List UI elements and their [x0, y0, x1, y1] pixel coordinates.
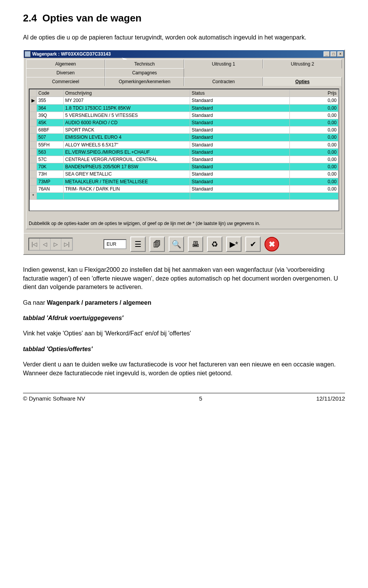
cell-code[interactable]: 364	[37, 104, 64, 112]
cell-status[interactable]: Standaard	[190, 119, 290, 126]
table-row[interactable]: 507EMISSION LEVEL EURO 4Standaard0,00	[30, 134, 338, 141]
table-row[interactable]: 3641.8 TDCI 1753CC 115PK 85KWStandaard0,…	[30, 104, 338, 112]
cell-price[interactable]: 0,00	[290, 178, 338, 185]
table-row-new[interactable]: *	[30, 192, 338, 199]
new-record-button[interactable]: ▶*	[226, 237, 242, 252]
table-row[interactable]: 70KBANDEN/PNEUS 205/50R 17 BSWStandaard0…	[30, 163, 338, 171]
cell-desc[interactable]: 5 VERSNELLINGEN / 5 VITESSES	[64, 112, 190, 119]
cell-price[interactable]: 0,00	[290, 171, 338, 178]
search-button[interactable]: 🔍	[169, 237, 184, 252]
table-row[interactable]: 563EL.VERW.SPIEG./MIROIRS EL.+CHAUFStand…	[30, 148, 338, 156]
cell-price[interactable]: 0,00	[290, 104, 338, 112]
cell-price[interactable]: 0,00	[290, 126, 338, 134]
list-button[interactable]: ☰	[130, 237, 146, 252]
col-status[interactable]: Status	[190, 90, 290, 97]
cell-desc[interactable]: BANDEN/PNEUS 205/50R 17 BSW	[64, 163, 190, 171]
table-row[interactable]: 39Q5 VERSNELLINGEN / 5 VITESSESStandaard…	[30, 112, 338, 119]
cell-desc[interactable]: EMISSION LEVEL EURO 4	[64, 134, 190, 141]
cell-desc[interactable]: SEA GREY METALLIC	[64, 171, 190, 178]
cell-status[interactable]: Standaard	[190, 134, 290, 141]
cell-status[interactable]: Standaard	[190, 163, 290, 171]
table-row[interactable]: 55FHALLOY WHEELS 6.5X17''Standaard0,00	[30, 141, 338, 148]
confirm-button[interactable]: ✔	[245, 237, 261, 252]
cell-status[interactable]: Standaard	[190, 185, 290, 192]
tab-campagnes[interactable]: Campagnes	[105, 68, 184, 77]
close-window-button[interactable]: ×	[337, 51, 343, 57]
cell-price[interactable]: 0,00	[290, 112, 338, 119]
cell-code[interactable]: 45K	[37, 119, 64, 126]
cell-status[interactable]: Standaard	[190, 97, 290, 104]
cell-price[interactable]: 0,00	[290, 141, 338, 148]
cell-code[interactable]: 507	[37, 134, 64, 141]
tab-uitrusting1[interactable]: Uitrusting 1	[184, 59, 263, 69]
cell-desc[interactable]: 1.8 TDCI 1753CC 115PK 85KW	[64, 104, 190, 112]
tab-technisch[interactable]: Technisch	[105, 59, 184, 69]
cell-status[interactable]: Standaard	[190, 141, 290, 148]
table-row[interactable]: 73MPMETAALKLEUR / TEINTE METALLISEEStand…	[30, 178, 338, 185]
nav-next-button[interactable]: ▷	[51, 238, 61, 250]
cell-status[interactable]: Standaard	[190, 148, 290, 156]
nav-last-button[interactable]: ▷|	[61, 238, 72, 250]
tab-commercieel[interactable]: Commercieel	[26, 77, 105, 86]
cell-desc[interactable]: AUDIO 6000 RADIO / CD	[64, 119, 190, 126]
cell-code[interactable]: 68BF	[37, 126, 64, 134]
table-row[interactable]: 76ANTRIM- RACK / DARK FLINStandaard0,00	[30, 185, 338, 192]
table-row[interactable]: 57CCENTRALE VERGR./VERROUIL. CENTRALStan…	[30, 156, 338, 163]
table-row[interactable]: 68BFSPORT PACKStandaard0,00	[30, 126, 338, 134]
cell-desc[interactable]: METAALKLEUR / TEINTE METALLISEE	[64, 178, 190, 185]
cell-price[interactable]: 0,00	[290, 148, 338, 156]
tab-opmerkingen[interactable]: Opmerkingen/kenmerken	[105, 77, 184, 86]
minimize-button[interactable]: _	[324, 51, 330, 57]
cell-price[interactable]: 0,00	[290, 119, 338, 126]
cell-code[interactable]: 55FH	[37, 141, 64, 148]
cell-desc[interactable]: CENTRALE VERGR./VERROUIL. CENTRAL	[64, 156, 190, 163]
currency-select[interactable]: EUR	[104, 239, 127, 249]
tab-diversen[interactable]: Diversen	[26, 68, 105, 77]
cell-price[interactable]: 0,00	[290, 134, 338, 141]
options-grid[interactable]: Code Omschrijving Status Prijs ▶355MY 20…	[29, 89, 339, 211]
cell-code[interactable]: 57C	[37, 156, 64, 163]
table-row[interactable]: 73HSEA GREY METALLICStandaard0,00	[30, 171, 338, 178]
cell-desc[interactable]: MY 2007	[64, 97, 190, 104]
cell-status[interactable]: Standaard	[190, 112, 290, 119]
cell-code[interactable]: 355	[37, 97, 64, 104]
col-desc[interactable]: Omschrijving	[64, 90, 190, 97]
nav-prev-button[interactable]: ◁	[40, 238, 51, 250]
col-code[interactable]: Code	[37, 90, 64, 97]
copy-button[interactable]: 🗐	[150, 237, 165, 252]
cell-price[interactable]: 0,00	[290, 185, 338, 192]
cell-desc[interactable]: SPORT PACK	[64, 126, 190, 134]
cell-code[interactable]: 73MP	[37, 178, 64, 185]
tab-algemeen[interactable]: Algemeen	[26, 59, 105, 69]
cell-desc[interactable]: EL.VERW.SPIEG./MIROIRS EL.+CHAUF	[64, 148, 190, 156]
tab-uitrusting2[interactable]: Uitrusting 2	[263, 59, 342, 69]
print-button[interactable]: 🖶	[188, 237, 203, 252]
nav-first-button[interactable]: |◁	[29, 238, 40, 250]
cell-price[interactable]: 0,00	[290, 156, 338, 163]
cell-desc[interactable]: TRIM- RACK / DARK FLIN	[64, 185, 190, 192]
tab-contracten[interactable]: Contracten	[184, 77, 263, 86]
cell-price[interactable]: 0,00	[290, 97, 338, 104]
cell-status[interactable]: Standaard	[190, 104, 290, 112]
intro-paragraph: Al de opties die u op de papieren factuu…	[23, 33, 345, 42]
cell-code[interactable]: 563	[37, 148, 64, 156]
cell-code[interactable]: 70K	[37, 163, 64, 171]
maximize-button[interactable]: □	[330, 51, 337, 57]
tab-opties[interactable]: Opties	[263, 77, 342, 86]
cell-status[interactable]: Standaard	[190, 126, 290, 134]
cell-status[interactable]: Standaard	[190, 178, 290, 185]
recycle-button[interactable]: ♻	[207, 237, 222, 252]
cell-desc[interactable]: ALLOY WHEELS 6.5X17''	[64, 141, 190, 148]
cell-code[interactable]: 76AN	[37, 185, 64, 192]
titlebar[interactable]: Wagenpark : WF03XXGCD37C33143 _ □ ×	[24, 50, 344, 58]
cell-code[interactable]: 39Q	[37, 112, 64, 119]
cell-status[interactable]: Standaard	[190, 156, 290, 163]
cell-price[interactable]: 0,00	[290, 163, 338, 171]
cancel-button[interactable]: ✖	[264, 237, 279, 251]
table-row[interactable]: ▶355MY 2007Standaard0,00	[30, 97, 338, 104]
table-row[interactable]: 45KAUDIO 6000 RADIO / CDStandaard0,00	[30, 119, 338, 126]
col-price[interactable]: Prijs	[290, 90, 338, 97]
cell-status[interactable]: Standaard	[190, 171, 290, 178]
paragraph-4: Verder dient u aan te duiden welke uw fa…	[23, 360, 345, 378]
cell-code[interactable]: 73H	[37, 171, 64, 178]
